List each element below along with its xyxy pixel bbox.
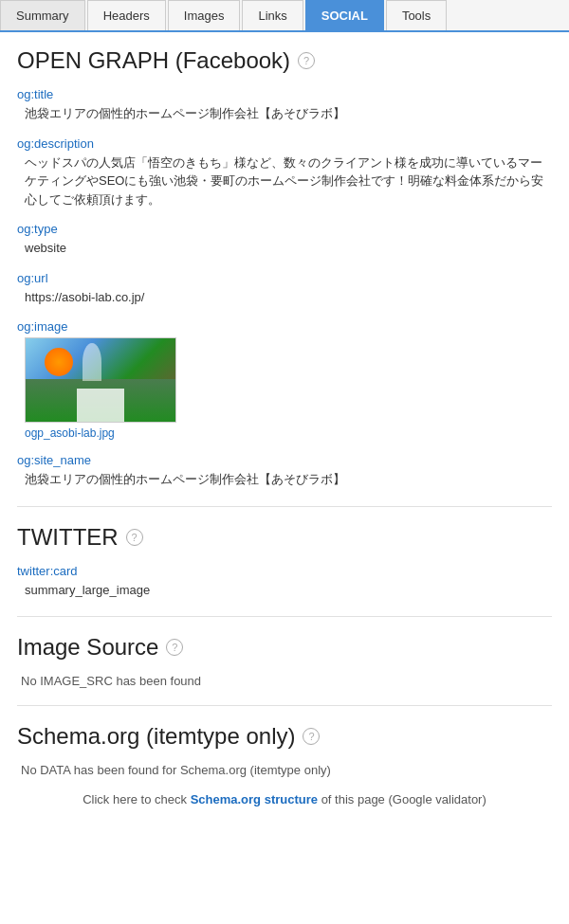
og-type-field: og:type website — [17, 222, 552, 258]
twitter-card-label: twitter:card — [17, 564, 552, 578]
twitter-card-value: summary_large_image — [17, 581, 552, 600]
tab-bar: Summary Headers Images Links SOCIAL Tool… — [0, 0, 569, 32]
og-description-value: ヘッドスパの人気店「悟空のきもち」様など、数々のクライアント様を成功に導いている… — [17, 154, 552, 209]
og-url-value: https://asobi-lab.co.jp/ — [17, 288, 552, 307]
content-area: OPEN GRAPH (Facebook) ? og:title 池袋エリアの個… — [0, 32, 569, 837]
og-title-value: 池袋エリアの個性的ホームページ制作会社【あそびラボ】 — [17, 104, 552, 123]
og-url-field: og:url https://asobi-lab.co.jp/ — [17, 271, 552, 307]
footer-text-before: Click here to check — [83, 792, 190, 806]
open-graph-heading: OPEN GRAPH (Facebook) ? — [17, 47, 552, 74]
tab-summary[interactable]: Summary — [0, 0, 85, 30]
og-type-value: website — [17, 239, 552, 258]
og-description-label: og:description — [17, 136, 552, 151]
og-site-name-field: og:site_name 池袋エリアの個性的ホームページ制作会社【あそびラボ】 — [17, 453, 552, 489]
footer-text-after: of this page (Google validator) — [318, 792, 486, 806]
og-image-field: og:image ogp_asobi-lab.jpg — [17, 319, 552, 440]
schema-heading: Schema.org (itemtype only) ? — [17, 723, 552, 750]
divider-2 — [17, 616, 552, 617]
divider-1 — [17, 506, 552, 507]
og-image-preview — [25, 337, 176, 423]
image-source-no-data: No IMAGE_SRC has been found — [17, 674, 552, 688]
tab-social[interactable]: SOCIAL — [305, 0, 384, 30]
tab-headers[interactable]: Headers — [87, 0, 166, 30]
divider-3 — [17, 705, 552, 706]
og-image-filename-link[interactable]: ogp_asobi-lab.jpg — [25, 426, 552, 440]
schema-help-icon[interactable]: ? — [303, 728, 320, 745]
tab-links[interactable]: Links — [242, 0, 303, 30]
og-site-name-label: og:site_name — [17, 453, 552, 467]
schema-no-data: No DATA has been found for Schema.org (i… — [17, 763, 552, 777]
image-source-heading: Image Source ? — [17, 634, 552, 661]
open-graph-help-icon[interactable]: ? — [298, 52, 315, 69]
schema-validator-link[interactable]: Schema.org structure — [191, 792, 318, 806]
og-site-name-value: 池袋エリアの個性的ホームページ制作会社【あそびラボ】 — [17, 470, 552, 489]
tab-tools[interactable]: Tools — [386, 0, 447, 30]
og-image-container: ogp_asobi-lab.jpg — [17, 337, 552, 440]
og-image-label: og:image — [17, 319, 552, 334]
tab-images[interactable]: Images — [168, 0, 241, 30]
og-type-label: og:type — [17, 222, 552, 236]
og-title-label: og:title — [17, 87, 552, 101]
twitter-card-field: twitter:card summary_large_image — [17, 564, 552, 600]
twitter-help-icon[interactable]: ? — [126, 529, 143, 546]
image-source-help-icon[interactable]: ? — [166, 639, 183, 656]
image-source-section: Image Source ? No IMAGE_SRC has been fou… — [17, 634, 552, 688]
og-title-field: og:title 池袋エリアの個性的ホームページ制作会社【あそびラボ】 — [17, 87, 552, 123]
schema-section: Schema.org (itemtype only) ? No DATA has… — [17, 723, 552, 777]
og-description-field: og:description ヘッドスパの人気店「悟空のきもち」様など、数々のク… — [17, 136, 552, 209]
twitter-heading: TWITTER ? — [17, 524, 552, 551]
footer-link-container: Click here to check Schema.org structure… — [17, 792, 552, 822]
twitter-section: TWITTER ? twitter:card summary_large_ima… — [17, 524, 552, 600]
og-url-label: og:url — [17, 271, 552, 285]
